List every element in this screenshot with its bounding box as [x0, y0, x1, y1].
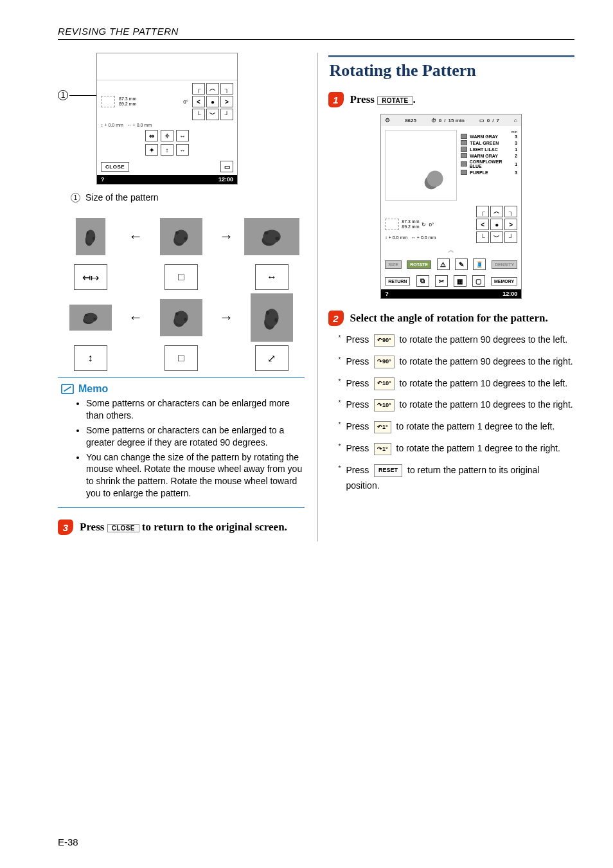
right-column: Rotating the Pattern 1 Press ROTATE. ⚙ 8… [317, 53, 575, 541]
arrow-left-button[interactable]: < [476, 219, 489, 230]
rotation-item: *Press ↷90° to rotate the pattern 90 deg… [339, 354, 575, 370]
lcd2-dims-h: 87.3 mm [402, 219, 419, 224]
lcd2-dims-w: 89.2 mm [402, 224, 419, 229]
size-example-grid: ← → ↤↦ □ ↔ ← → ↕ □ ⤢ [58, 218, 305, 371]
memo-box: Memo Some patterns or characters can be … [58, 377, 305, 508]
shrink-v-button[interactable]: ↕ [161, 144, 173, 156]
rotate-option-button[interactable]: ↶10° [374, 377, 395, 390]
center-button[interactable]: ● [490, 219, 503, 230]
thread-min: 1 [515, 162, 517, 167]
hoop-button[interactable]: ▭ [220, 161, 233, 172]
return-button[interactable]: RETURN [385, 277, 410, 285]
rotate-button[interactable]: ROTATE [407, 260, 431, 269]
step-number-1: 1 [328, 92, 344, 107]
step2-text: Select the angle of rotation for the pat… [350, 312, 548, 325]
density-button[interactable]: DENSITY [492, 260, 517, 269]
bullet-star: * [339, 332, 341, 348]
close-button[interactable]: CLOSE [101, 162, 129, 172]
pattern-thumb [244, 218, 299, 255]
enlarge-all-button[interactable]: ✦ [145, 144, 158, 156]
rotate-inline-button[interactable]: ROTATE [377, 96, 413, 105]
arrow-down-button[interactable]: ﹀ [206, 109, 219, 120]
legend-number-1: 1 [71, 193, 80, 203]
edit-button[interactable]: ✎ [455, 258, 468, 270]
center-button[interactable]: ● [206, 96, 219, 107]
thread-swatch [461, 153, 467, 158]
arrow-up-button[interactable]: ︿ [206, 83, 219, 95]
close-inline-button[interactable]: CLOSE [107, 524, 139, 532]
lcd2-angle: 0° [429, 222, 434, 228]
help-icon: ? [101, 176, 105, 183]
section-title: Rotating the Pattern [330, 61, 575, 80]
rotate-option-button[interactable]: ↷90° [374, 356, 395, 368]
rotation-item: *Press ↶1° to rotate the pattern 1 degre… [339, 419, 575, 435]
color-total: 7 [496, 118, 499, 123]
memo-title-text: Memo [78, 383, 108, 395]
size-button[interactable]: SIZE [385, 260, 402, 269]
array-button[interactable]: ⧉ [416, 275, 429, 287]
corner-br-button[interactable]: ┘ [504, 231, 517, 243]
thread-cut-button[interactable]: ✂ [435, 275, 448, 287]
lcd2-offh: 0.0 mm [421, 235, 436, 240]
corner-tr-button[interactable]: ┐ [504, 206, 517, 217]
thread-button[interactable]: 🧵 [473, 258, 486, 270]
arrow-right-button[interactable]: > [504, 219, 517, 230]
arrow-right-icon: → [219, 309, 233, 326]
rot-pre: Press [346, 465, 371, 475]
hoop-select-button[interactable]: ▢ [472, 275, 485, 287]
bullet-star: * [339, 376, 341, 392]
corner-tr-button[interactable]: ┐ [220, 83, 233, 95]
thread-name: CORNFLOWER BLUE [470, 159, 513, 168]
corner-bl-button[interactable]: └ [476, 231, 489, 243]
thread-min: 2 [515, 154, 517, 158]
rotate-option-button[interactable]: ↷10° [374, 399, 395, 411]
memo-item: Some patterns or characters can be enlar… [86, 397, 305, 422]
rotate-option-button[interactable]: ↷1° [374, 443, 391, 455]
corner-br-button[interactable]: ┘ [220, 109, 233, 120]
step-number-3: 3 [58, 520, 73, 535]
home-icon[interactable]: ⌂ [514, 117, 517, 123]
rotate-option-button[interactable]: RESET [374, 464, 402, 476]
original-size-icon: □ [164, 264, 198, 290]
rot-pre: Press [346, 334, 371, 345]
rotate-option-button[interactable]: ↶1° [374, 421, 391, 433]
thread-row: LIGHT LILAC1 [461, 147, 517, 152]
presser-foot-icon: ⚙ [385, 117, 390, 123]
shrink-h-button[interactable]: ⇔ [145, 130, 158, 141]
arrow-left-button[interactable]: < [192, 96, 205, 107]
thread-swatch [461, 134, 467, 139]
stretch-button[interactable]: ↔ [176, 144, 189, 156]
rotation-item: *Press RESET to return the pattern to it… [339, 463, 575, 494]
shrink-width-icon: ↤↦ [74, 264, 107, 290]
shrink-all-button[interactable]: ✧ [161, 130, 173, 141]
arrow-up-button[interactable]: ︿ [490, 206, 503, 217]
corner-bl-button[interactable]: └ [192, 109, 205, 120]
rot-pre: Press [346, 356, 371, 366]
enlarge-h-button[interactable]: ↔ [176, 130, 189, 141]
arrow-right-button[interactable]: > [220, 96, 233, 107]
arrow-down-button[interactable]: ﹀ [490, 231, 503, 243]
corner-tl-button[interactable]: ┌ [476, 206, 489, 217]
lcd-rotate-panel: ⚙ 8625 ⏱ 0/15 min ▭ 0/7 ⌂ min WARM GRAY3… [380, 114, 522, 299]
offset-h: 0.0 mm [137, 123, 152, 127]
rotation-item: *Press ↷10° to rotate the pattern 10 deg… [339, 397, 575, 413]
callout-number-1: 1 [58, 90, 68, 100]
thread-min: 3 [515, 141, 517, 145]
rotate-option-button[interactable]: ↶90° [374, 334, 395, 347]
rot-pre: Press [346, 399, 371, 410]
corner-tl-button[interactable]: ┌ [192, 83, 205, 95]
clock-time: 12:00 [502, 291, 517, 297]
baste-button[interactable]: ▦ [454, 275, 466, 287]
collapse-icon[interactable]: ︽ [381, 244, 521, 256]
enlarge-height-icon: ⤢ [255, 345, 289, 371]
pattern-thumb [69, 305, 112, 331]
thread-name: WARM GRAY [470, 154, 498, 158]
rotation-item: *Press ↶90° to rotate the pattern 90 deg… [339, 332, 575, 348]
mirror-button[interactable]: ⚠ [437, 258, 450, 270]
lcd2-offv: 0.0 mm [393, 235, 407, 240]
pattern-thumb [251, 293, 293, 341]
memory-button[interactable]: MEMORY [491, 277, 517, 285]
thread-swatch [461, 140, 467, 145]
bullet-star: * [339, 397, 341, 413]
rot-pre: Press [346, 443, 371, 453]
